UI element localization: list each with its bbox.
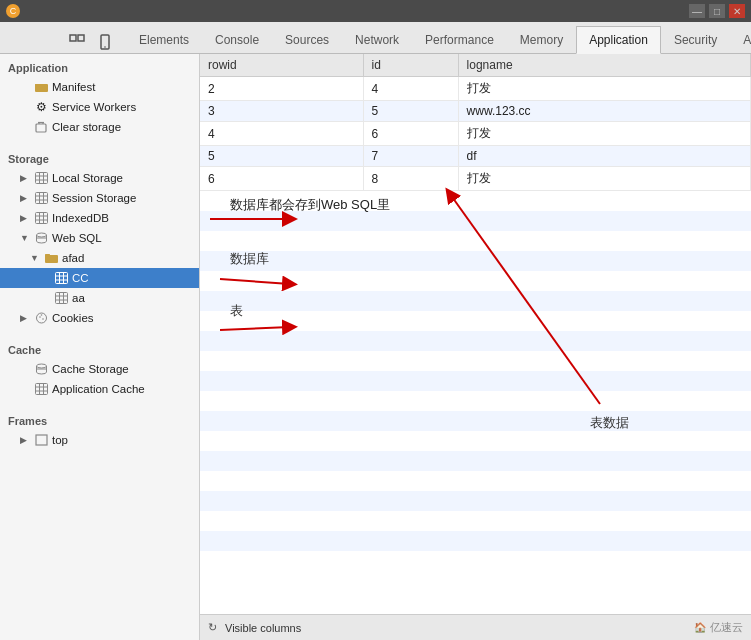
title-bar-controls[interactable]: — □ ✕ — [689, 4, 745, 18]
expand-arrow: ▶ — [20, 173, 30, 183]
clear-icon — [34, 120, 48, 134]
title-bar: C — □ ✕ — [0, 0, 751, 22]
sidebar-item-top[interactable]: ▶ top — [0, 430, 199, 450]
section-label-storage: Storage — [0, 145, 199, 168]
table-row[interactable]: 46打发 — [200, 122, 751, 146]
folder-icon — [34, 80, 48, 94]
col-rowid: rowid — [200, 54, 363, 77]
tab-network[interactable]: Network — [342, 26, 412, 53]
web-sql-label: Web SQL — [52, 232, 102, 244]
svg-point-42 — [40, 314, 42, 316]
table-cell-id: 6 — [363, 122, 458, 146]
tab-application[interactable]: Application — [576, 26, 661, 54]
watermark-text: 亿速云 — [710, 620, 743, 635]
expand-arrow: ▼ — [30, 253, 40, 263]
col-logname: logname — [458, 54, 750, 77]
maximize-button[interactable]: □ — [709, 4, 725, 18]
frame-icon — [34, 433, 48, 447]
sidebar-item-cache-storage[interactable]: Cache Storage — [0, 359, 199, 379]
sidebar-item-afad[interactable]: ▼ afad — [0, 248, 199, 268]
sidebar-item-clear-storage[interactable]: Clear storage — [0, 117, 199, 137]
app-cache-label: Application Cache — [52, 383, 145, 395]
table-row[interactable]: 35www.123.cc — [200, 101, 751, 122]
svg-point-40 — [39, 316, 41, 318]
table-cell-id: 4 — [363, 77, 458, 101]
sidebar-item-indexeddb[interactable]: ▶ IndexedDB — [0, 208, 199, 228]
table-cell-rowid: 6 — [200, 167, 363, 191]
expand-arrow: ▼ — [20, 233, 30, 243]
table-cell-logname: df — [458, 146, 750, 167]
close-button[interactable]: ✕ — [729, 4, 745, 18]
cookie-icon — [34, 311, 48, 325]
sidebar-item-web-sql[interactable]: ▼ Web SQL — [0, 228, 199, 248]
service-workers-label: Service Workers — [52, 101, 136, 113]
inspect-icon[interactable] — [66, 31, 88, 53]
sidebar-item-local-storage[interactable]: ▶ Local Storage — [0, 168, 199, 188]
svg-rect-28 — [45, 254, 50, 256]
afad-label: afad — [62, 252, 84, 264]
tab-memory[interactable]: Memory — [507, 26, 576, 53]
svg-point-3 — [104, 46, 106, 48]
table-cell-id: 7 — [363, 146, 458, 167]
refresh-icon[interactable]: ↻ — [208, 621, 217, 634]
watermark: 🏠 亿速云 — [694, 620, 743, 635]
cache-storage-label: Cache Storage — [52, 363, 129, 375]
table-row[interactable]: 24打发 — [200, 77, 751, 101]
main-area: Application Manifest ⚙ Service Workers C… — [0, 54, 751, 640]
sidebar-item-app-cache[interactable]: Application Cache — [0, 379, 199, 399]
svg-rect-10 — [35, 173, 47, 184]
section-label-frames: Frames — [0, 407, 199, 430]
sidebar: Application Manifest ⚙ Service Workers C… — [0, 54, 200, 640]
bottom-bar: ↻ Visible columns 🏠 亿速云 — [200, 614, 751, 640]
svg-rect-29 — [55, 273, 67, 284]
aa-label: aa — [72, 292, 85, 304]
grid-icon-3 — [34, 211, 48, 225]
session-storage-label: Session Storage — [52, 192, 136, 204]
sidebar-item-aa[interactable]: aa — [0, 288, 199, 308]
tab-console[interactable]: Console — [202, 26, 272, 53]
table-row[interactable]: 68打发 — [200, 167, 751, 191]
tab-performance[interactable]: Performance — [412, 26, 507, 53]
db-icon-2 — [34, 362, 48, 376]
section-label-cache: Cache — [0, 336, 199, 359]
tab-bar: Elements Console Sources Network Perform… — [0, 22, 751, 54]
table-cell-rowid: 3 — [200, 101, 363, 122]
data-table: rowid id logname 24打发35www.123.cc46打发57d… — [200, 54, 751, 191]
svg-rect-34 — [55, 293, 67, 304]
sidebar-item-cc[interactable]: CC — [0, 268, 199, 288]
grid-icon-2 — [34, 191, 48, 205]
grid-icon-4 — [54, 271, 68, 285]
app-icon: C — [6, 4, 20, 18]
table-row[interactable]: 57df — [200, 146, 751, 167]
top-label: top — [52, 434, 68, 446]
empty-rows — [200, 191, 751, 571]
table-cell-id: 5 — [363, 101, 458, 122]
grid-icon — [34, 171, 48, 185]
sidebar-item-manifest[interactable]: Manifest — [0, 77, 199, 97]
local-storage-label: Local Storage — [52, 172, 123, 184]
title-bar-left: C — [6, 4, 20, 18]
tab-security[interactable]: Security — [661, 26, 730, 53]
expand-arrow: ▶ — [20, 213, 30, 223]
svg-rect-5 — [35, 84, 40, 86]
tab-elements[interactable]: Elements — [126, 26, 202, 53]
table-cell-rowid: 5 — [200, 146, 363, 167]
table-cell-logname: www.123.cc — [458, 101, 750, 122]
table-cell-logname: 打发 — [458, 77, 750, 101]
col-id: id — [363, 54, 458, 77]
mobile-icon[interactable] — [94, 31, 116, 53]
expand-arrow: ▶ — [20, 435, 30, 445]
sidebar-item-session-storage[interactable]: ▶ Session Storage — [0, 188, 199, 208]
table-cell-logname: 打发 — [458, 122, 750, 146]
manifest-label: Manifest — [52, 81, 95, 93]
svg-rect-0 — [70, 35, 76, 41]
minimize-button[interactable]: — — [689, 4, 705, 18]
svg-rect-6 — [36, 124, 46, 132]
sidebar-item-service-workers[interactable]: ⚙ Service Workers — [0, 97, 199, 117]
svg-rect-45 — [35, 384, 47, 395]
svg-rect-1 — [78, 35, 84, 41]
tab-sources[interactable]: Sources — [272, 26, 342, 53]
cookies-label: Cookies — [52, 312, 94, 324]
tab-audits[interactable]: Audits — [730, 26, 751, 53]
sidebar-item-cookies[interactable]: ▶ Cookies — [0, 308, 199, 328]
